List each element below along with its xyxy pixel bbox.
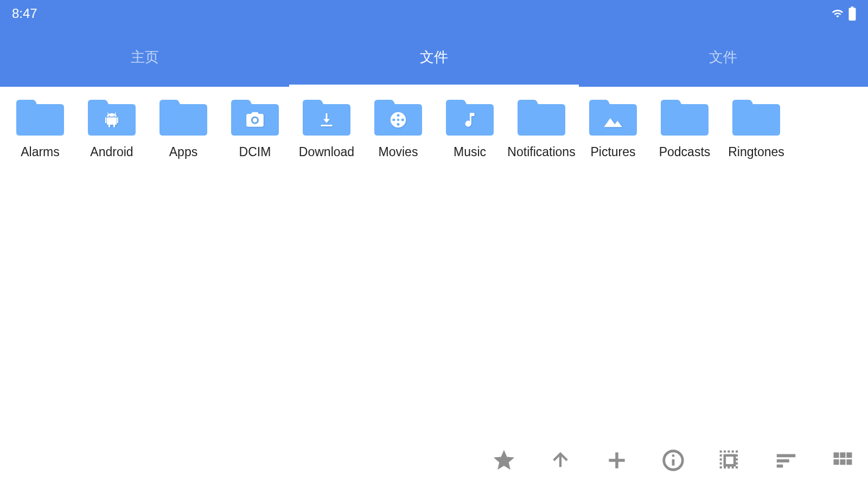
- svg-rect-29: [834, 452, 839, 458]
- battery-icon: [848, 7, 856, 21]
- svg-point-2: [401, 118, 404, 121]
- app-header: 8:47 主页 文件 文件: [0, 0, 868, 87]
- folder-label: Android: [90, 144, 133, 160]
- svg-rect-11: [724, 451, 726, 453]
- sort-button[interactable]: [771, 446, 801, 475]
- folder-label: Notifications: [507, 144, 575, 160]
- folder-label: Podcasts: [659, 144, 711, 160]
- folder-label: Apps: [169, 144, 197, 160]
- svg-rect-13: [732, 451, 734, 453]
- folder-icon: [372, 97, 424, 137]
- folder-label: Download: [299, 144, 354, 160]
- favorite-button[interactable]: [489, 446, 519, 475]
- svg-rect-17: [720, 458, 722, 460]
- folder-icon: [659, 97, 711, 137]
- svg-rect-10: [720, 451, 722, 453]
- folder-label: Alarms: [21, 144, 60, 160]
- svg-rect-33: [840, 459, 845, 465]
- folder-label: Music: [454, 144, 486, 160]
- folder-item[interactable]: Notifications: [506, 97, 577, 160]
- folder-icon: [86, 97, 138, 137]
- folder-label: Ringtones: [728, 144, 784, 160]
- folder-item[interactable]: Podcasts: [649, 97, 720, 160]
- svg-rect-14: [736, 451, 738, 453]
- tab-bar: 主页 文件 文件: [0, 27, 868, 87]
- folder-icon: [229, 97, 281, 137]
- folder-icon: [730, 97, 782, 137]
- select-all-button[interactable]: [715, 446, 744, 475]
- folder-icon: [301, 97, 353, 137]
- svg-point-5: [397, 119, 399, 121]
- file-grid-area: Alarms Android Apps DCIM Download Movies…: [0, 87, 868, 488]
- svg-rect-20: [736, 463, 738, 465]
- svg-rect-18: [736, 458, 738, 460]
- folder-label: DCIM: [239, 144, 271, 160]
- svg-rect-22: [724, 466, 726, 468]
- folder-icon: [587, 97, 639, 137]
- svg-point-3: [397, 123, 399, 126]
- svg-rect-21: [720, 466, 722, 468]
- svg-rect-24: [732, 466, 734, 468]
- folder-item[interactable]: DCIM: [219, 97, 291, 160]
- svg-rect-23: [727, 466, 730, 468]
- folder-item[interactable]: Apps: [148, 97, 219, 160]
- svg-rect-19: [720, 463, 722, 465]
- folder-item[interactable]: Pictures: [577, 97, 649, 160]
- status-time: 8:47: [12, 6, 37, 21]
- image-icon: [587, 97, 639, 137]
- svg-rect-25: [736, 466, 738, 468]
- svg-rect-9: [725, 455, 735, 465]
- svg-rect-31: [846, 452, 852, 458]
- music-icon: [444, 97, 496, 137]
- svg-rect-32: [834, 459, 839, 465]
- folder-icon: [157, 97, 209, 137]
- folder-item[interactable]: Android: [76, 97, 148, 160]
- folder-item[interactable]: Music: [434, 97, 506, 160]
- folder-item[interactable]: Movies: [362, 97, 434, 160]
- folder-icon: [14, 97, 66, 137]
- svg-rect-30: [840, 452, 845, 458]
- svg-rect-12: [727, 451, 730, 453]
- svg-rect-34: [846, 459, 852, 465]
- wifi-icon: [830, 8, 845, 20]
- svg-rect-26: [777, 454, 796, 458]
- svg-rect-15: [720, 454, 722, 457]
- folder-item[interactable]: Alarms: [4, 97, 76, 160]
- svg-point-1: [397, 114, 399, 117]
- status-bar: 8:47: [0, 0, 868, 27]
- download-icon: [301, 97, 353, 137]
- folder-label: Pictures: [590, 144, 635, 160]
- bottom-toolbar: [489, 446, 857, 475]
- grid-view-button[interactable]: [828, 446, 857, 475]
- folder-item[interactable]: Download: [291, 97, 362, 160]
- tab-files-active[interactable]: 文件: [289, 27, 578, 87]
- camera-icon: [229, 97, 281, 137]
- svg-rect-27: [777, 459, 789, 463]
- folder-item[interactable]: Ringtones: [720, 97, 792, 160]
- info-button[interactable]: [659, 446, 688, 475]
- up-button[interactable]: [546, 446, 575, 475]
- svg-rect-28: [777, 465, 783, 468]
- tab-home[interactable]: 主页: [0, 27, 289, 87]
- add-button[interactable]: [602, 446, 631, 475]
- folder-icon: [444, 97, 496, 137]
- svg-point-8: [672, 454, 675, 457]
- android-icon: [86, 97, 138, 137]
- folder-grid: Alarms Android Apps DCIM Download Movies…: [4, 92, 864, 171]
- svg-point-4: [392, 118, 395, 121]
- folder-label: Movies: [379, 144, 418, 160]
- svg-rect-16: [736, 454, 738, 457]
- status-icons: [830, 7, 856, 21]
- tab-files-2[interactable]: 文件: [579, 27, 868, 87]
- movie-icon: [372, 97, 424, 137]
- folder-icon: [515, 97, 567, 137]
